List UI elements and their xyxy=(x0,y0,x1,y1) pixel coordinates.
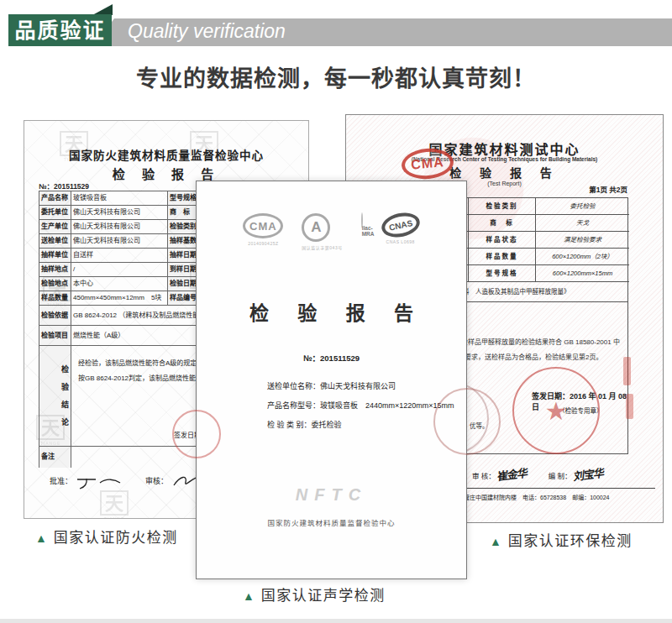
review-label: 审 核： xyxy=(472,472,496,480)
signature-icon xyxy=(75,474,122,490)
nftc-watermark: NFTC xyxy=(197,485,466,505)
cma-logo-icon: CMA 2014090425Z xyxy=(243,213,283,246)
section-subtitle-banner: Quality verification xyxy=(94,18,672,46)
section-bottom-divider xyxy=(0,619,672,623)
section-headline: 专业的数据检测，每一秒都认真苛刻！ xyxy=(0,60,672,93)
approve-label: 批准： xyxy=(50,477,72,485)
acoustic-report-title: 检 验 报 告 xyxy=(197,297,466,326)
category-line: 检 验 类 别：委托检验 xyxy=(267,419,342,430)
caption-env-test: ▲国家认证环保检测 xyxy=(490,529,633,550)
conclusion-line: 送检样品甲醛释放量的检验结果符合 GB 18580-2001 中 xyxy=(454,337,620,346)
review-label: 审核： xyxy=(145,477,168,485)
page-info: 第1页 共2页 xyxy=(589,184,627,194)
env-footer-contact: 管庄中国建材院内楼 电话：65728538 邮编：100024 xyxy=(464,493,610,501)
signature-compiler: 刘宝华 xyxy=(573,464,604,484)
red-stamp-icon xyxy=(433,388,501,455)
red-seal-mark xyxy=(626,394,633,419)
fire-cert-report-no: №：201511529 xyxy=(39,181,89,191)
client-line: 送检单位名称：佛山天戈科技有限公司 xyxy=(267,380,396,391)
cnas-logo-icon: CNAS CNAS L0698 xyxy=(381,213,420,244)
compile-label: 编 制： xyxy=(549,472,572,480)
acoustic-report-no: №：201511529 xyxy=(197,352,466,364)
product-line: 产品名称型号：玻镁吸音板 2440mm×1220mm×15mm xyxy=(267,400,454,411)
accreditation-logos: CMA 2014090425Z A 国认监认字第043号 ilac-MRA CN… xyxy=(197,213,466,250)
red-stamp-icon xyxy=(172,410,221,458)
triangle-icon: ▲ xyxy=(243,589,255,603)
official-seal-stamp: ★ xyxy=(512,367,600,454)
triangle-icon: ▲ xyxy=(490,535,501,548)
conclusion-label: 检验结论 xyxy=(39,346,71,447)
signature-reviewer: 崔金华 xyxy=(497,464,528,484)
caption-fire-test: ▲国家认证防火检测 xyxy=(35,526,178,547)
section-title-badge: 品质验证 xyxy=(8,14,112,46)
env-org-name-en: (National Research Center of Testing Tec… xyxy=(346,156,663,162)
section-subtitle-text: Quality verification xyxy=(94,18,672,44)
quality-verification-section: 品质验证 Quality verification 专业的数据检测，每一秒都认真… xyxy=(0,0,672,623)
fire-cert-report-title: 检 验 报 告 xyxy=(24,165,308,182)
acoustic-certificate-image: CMA 2014090425Z A 国认监认字第043号 ilac-MRA CN… xyxy=(196,181,467,579)
cal-logo-icon: A 国认监认字第043号 xyxy=(302,213,342,250)
ilac-mra-logo-icon: ilac-MRA xyxy=(361,213,363,228)
red-seal-mark xyxy=(623,357,631,385)
caption-acoustic-test: ▲国家认证声学检测 xyxy=(243,584,386,605)
env-cert-signatures: 审 核： 崔金华 编 制： 刘宝华 xyxy=(472,466,657,482)
conclusion-line: 要求，送检样品为合格品，检验结果见第2页。 xyxy=(465,352,602,361)
acoustic-org-name: 国家防火建筑材料质量监督检验中心 xyxy=(197,517,466,527)
env-report-title: 检 验 报 告 xyxy=(346,164,663,181)
triangle-icon: ▲ xyxy=(35,531,47,545)
fire-cert-org-name: 国家防火建筑材料质量监督检验中心 xyxy=(24,146,308,163)
watermark-icon: 天TIANGE xyxy=(98,490,130,519)
